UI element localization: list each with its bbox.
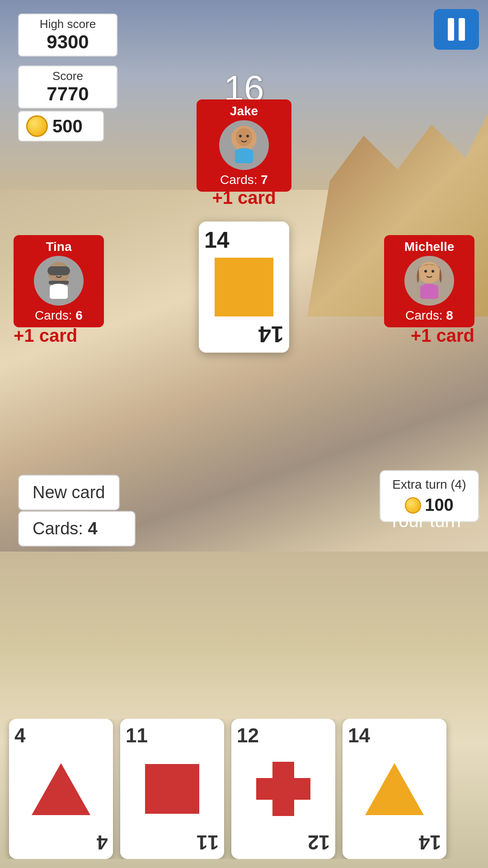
extra-turn-label: Extra turn (4) [389,477,469,492]
center-card-number-bottom: 14 [258,321,284,347]
high-score-value: 9300 [24,31,111,53]
hand-card-0-number-top: 4 [14,724,25,747]
your-turn-label: Your turn [388,511,461,531]
score-value: 7770 [24,83,111,105]
hand-card-1[interactable]: 11 11 [120,719,224,859]
hand-card-2-number-top: 12 [237,724,259,747]
hand-card-1-shape [126,747,219,831]
hand-card-3-number-bottom: 14 [419,831,441,854]
michelle-name: Michelle [389,240,470,254]
tina-panel: Tina Cards: 6 [14,235,104,327]
score-label: Score [24,69,111,83]
michelle-plus-card: +1 card [411,326,474,346]
player-cards-label: Cards: [33,519,83,538]
hand-cards-area: 4 4 11 11 12 12 14 [0,719,488,859]
high-score-box: High score 9300 [18,14,117,57]
michelle-avatar [404,256,454,306]
tina-name: Tina [18,240,99,254]
pause-button[interactable] [434,9,479,50]
player-cards-display: Cards: 4 [18,511,136,547]
high-score-label: High score [24,17,111,31]
michelle-cards: Cards: 8 [389,308,470,323]
svg-point-16 [432,270,434,273]
triangle-shape-2 [365,763,424,815]
hand-card-3[interactable]: 14 14 [343,719,446,859]
coins-box: 500 [18,111,104,142]
tina-cards: Cards: 6 [18,308,99,323]
player-cards-count: 4 [88,519,97,538]
triangle-shape [32,763,90,815]
svg-point-4 [246,135,249,137]
score-box: Score 7770 [18,66,117,108]
michelle-panel: Michelle Cards: 8 [384,235,474,327]
new-card-button[interactable]: New card [18,475,120,510]
center-card-number-top: 14 [204,227,230,253]
square-shape [145,764,199,814]
svg-rect-11 [47,266,70,275]
jake-plus-card: +1 card [212,188,276,208]
jake-cards: Cards: 7 [201,173,287,187]
center-card: 14 14 [199,222,289,353]
hand-card-0-shape [14,747,108,831]
coin-value: 500 [52,116,83,137]
cross-shape [256,762,310,816]
svg-point-15 [424,270,427,273]
coin-icon [26,115,48,137]
hand-card-1-number-top: 11 [126,724,148,747]
svg-point-2 [236,128,252,146]
hand-card-3-shape [348,747,441,831]
svg-point-3 [239,135,242,137]
hand-card-3-number-top: 14 [348,724,370,747]
tina-plus-card: +1 card [14,326,77,346]
hand-card-2[interactable]: 12 12 [231,719,335,859]
hand-card-0[interactable]: 4 4 [9,719,113,859]
jake-avatar [219,120,269,170]
hand-card-1-number-bottom: 11 [197,831,219,854]
hand-card-2-number-bottom: 12 [308,831,330,854]
pause-icon [448,18,465,41]
center-card-shape [215,258,273,316]
hand-card-0-number-bottom: 4 [97,831,108,854]
jake-panel: Jake Cards: 7 [197,99,291,192]
tina-avatar [34,256,84,306]
hand-card-2-shape [237,747,330,831]
jake-name: Jake [201,104,287,118]
